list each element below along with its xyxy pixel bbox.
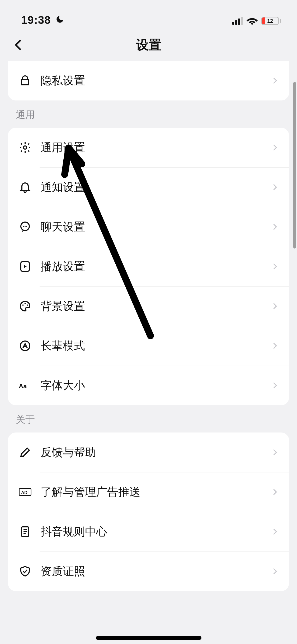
svg-point-2 [23,226,24,227]
row-ad-management[interactable]: AD 了解与管理广告推送 [8,472,289,512]
lock-icon [16,74,34,87]
elder-mode-icon [16,339,34,352]
font-size-icon: Aa [16,379,34,392]
chevron-right-icon [271,302,279,310]
settings-group-about: 反馈与帮助 AD 了解与管理广告推送 抖音规则中心 资质证照 [8,433,289,591]
chevron-right-icon [271,263,279,270]
edit-icon [16,446,34,459]
svg-point-3 [25,226,26,227]
row-background-settings[interactable]: 背景设置 [8,286,289,326]
row-font-size[interactable]: Aa 字体大小 [8,366,289,405]
svg-point-8 [27,305,28,306]
row-label: 播放设置 [41,259,85,274]
play-icon [16,260,34,273]
row-general-settings[interactable]: 通用设置 [8,128,289,167]
shield-check-icon [16,565,34,578]
chevron-right-icon [271,382,279,389]
palette-icon [16,300,34,312]
row-privacy-settings[interactable]: 隐私设置 [8,61,289,100]
row-label: 背景设置 [41,299,85,314]
nav-header: 设置 [0,29,297,61]
chevron-right-icon [271,528,279,535]
row-elder-mode[interactable]: 长辈模式 [8,326,289,366]
svg-point-6 [22,305,24,306]
chevron-right-icon [271,488,279,496]
status-bar: 19:38 12 [0,0,297,29]
settings-group-top: 隐私设置 [8,61,289,100]
settings-group-general: 通用设置 通知设置 聊天设置 播放设置 背景设置 长辈模式 [8,128,289,405]
row-playback-settings[interactable]: 播放设置 [8,247,289,286]
dnd-moon-icon [55,14,64,26]
row-label: 通知设置 [41,180,85,195]
row-label: 抖音规则中心 [41,524,107,539]
section-label-about: 关于 [0,405,297,433]
row-qualifications[interactable]: 资质证照 [8,551,289,591]
row-label: 字体大小 [41,378,85,393]
battery-percent: 12 [262,17,278,24]
row-label: 隐私设置 [41,73,85,88]
svg-point-0 [23,146,27,149]
chevron-right-icon [271,568,279,575]
home-indicator [96,636,201,640]
row-label: 长辈模式 [41,338,85,353]
chevron-right-icon [271,449,279,456]
ad-icon: AD [16,486,34,498]
row-label: 了解与管理广告推送 [41,485,140,499]
svg-text:Aa: Aa [19,383,27,390]
page-title: 设置 [136,36,161,53]
scrollbar-thumb[interactable] [293,82,296,249]
svg-text:AD: AD [21,490,27,495]
chevron-right-icon [271,223,279,231]
svg-point-7 [25,303,26,304]
chevron-right-icon [271,144,279,151]
row-notification-settings[interactable]: 通知设置 [8,167,289,207]
row-rules-center[interactable]: 抖音规则中心 [8,512,289,551]
chevron-right-icon [271,183,279,191]
row-chat-settings[interactable]: 聊天设置 [8,207,289,247]
chevron-right-icon [271,77,279,84]
back-button[interactable] [11,37,26,53]
row-label: 通用设置 [41,140,85,155]
section-label-general: 通用 [0,100,297,128]
gear-icon [16,141,34,154]
wifi-icon [247,15,258,26]
chat-icon [16,220,34,233]
rules-icon [16,525,34,538]
bell-icon [16,181,34,194]
status-time: 19:38 [21,14,51,26]
row-feedback-help[interactable]: 反馈与帮助 [8,433,289,472]
battery-indicator: 12 [261,17,281,25]
row-label: 资质证照 [41,564,85,579]
row-label: 反馈与帮助 [41,445,96,460]
svg-point-4 [26,226,27,227]
cellular-signal-icon [232,17,243,25]
row-label: 聊天设置 [41,219,85,234]
chevron-right-icon [271,342,279,349]
